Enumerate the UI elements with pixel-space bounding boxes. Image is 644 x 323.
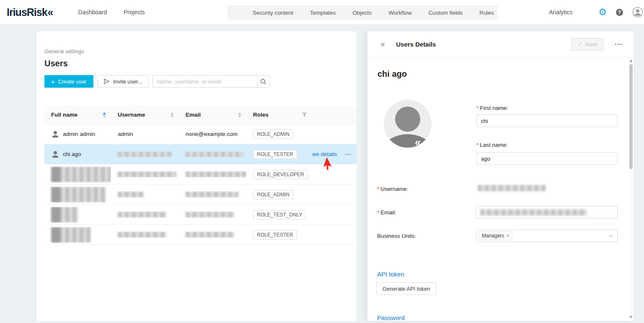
username-cell <box>111 211 179 218</box>
password-link[interactable]: Password <box>377 314 405 320</box>
user-account-icon[interactable] <box>632 7 643 18</box>
plus-icon: + <box>51 78 55 85</box>
email-input[interactable] <box>476 206 618 219</box>
scroll-down-arrow[interactable] <box>629 316 633 318</box>
redacted-email-value <box>480 209 587 216</box>
user-row[interactable]: admin adminadminnone@example.comROLE_ADM… <box>44 124 357 144</box>
user-row[interactable]: ROLE_DEVELOPER <box>44 164 357 185</box>
page: IriusRisk« Dashboard Projects Security c… <box>0 0 644 323</box>
redacted-username <box>118 151 171 157</box>
nav-rules[interactable]: Rules <box>479 10 494 16</box>
nav-dashboard[interactable]: Dashboard <box>78 9 107 16</box>
full-name-cell: chi ago <box>44 150 111 159</box>
required-asterisk: * <box>377 209 379 216</box>
first-name-label: *First name: <box>476 105 508 111</box>
nav-custom-fields[interactable]: Custom fields <box>428 10 463 16</box>
nav-center-group: Security content Templates Objects Workf… <box>228 5 497 20</box>
api-token-link[interactable]: API token <box>377 271 404 278</box>
role-badge: ROLE_TESTER <box>253 230 297 240</box>
required-asterisk: * <box>476 105 478 111</box>
email-cell <box>179 151 246 157</box>
nav-analytics[interactable]: Analytics <box>549 9 572 16</box>
column-label: Roles <box>253 112 269 118</box>
username-cell <box>111 151 179 157</box>
close-icon[interactable]: × <box>380 40 385 49</box>
avatar-head <box>395 107 420 132</box>
page-title: Users <box>44 59 357 68</box>
search-button[interactable] <box>257 76 270 87</box>
redacted-username <box>118 171 176 177</box>
panel-body: chi ago « *First name: *Last name: *User… <box>367 57 634 320</box>
redacted-full-name <box>51 167 111 182</box>
nav-templates[interactable]: Templates <box>310 10 336 16</box>
username-cell <box>111 191 179 198</box>
nav-left-group: Dashboard Projects <box>78 9 145 16</box>
user-search <box>153 75 270 88</box>
iriusrisk-logo[interactable]: IriusRisk« <box>7 6 53 18</box>
redacted-username <box>118 232 166 238</box>
panel-scrollbar[interactable] <box>629 58 633 320</box>
user-row[interactable]: chi agoROLE_TESTERSee details··· <box>44 144 357 164</box>
column-header-full-name[interactable]: Full name <box>44 106 111 124</box>
users-table-body: admin adminadminnone@example.comROLE_ADM… <box>44 124 357 245</box>
user-row[interactable]: ROLE_TESTER <box>44 225 357 245</box>
save-button[interactable]: ✓ Save <box>571 38 604 51</box>
red-cursor-arrow <box>323 156 339 175</box>
scroll-thumb[interactable] <box>629 64 633 169</box>
nav-projects[interactable]: Projects <box>124 9 145 16</box>
user-heading: chi ago <box>378 69 407 79</box>
roles-cell: ROLE_ADMIN <box>246 130 312 139</box>
username-cell <box>111 232 179 238</box>
sort-icon <box>238 112 241 117</box>
column-header-username[interactable]: Username <box>111 106 179 124</box>
search-icon <box>260 78 266 85</box>
business-units-select[interactable]: Managers × <box>476 229 618 242</box>
create-user-button[interactable]: + Create user <box>44 75 93 88</box>
first-name-input[interactable] <box>476 115 618 127</box>
redacted-email <box>186 232 234 238</box>
email-cell <box>179 211 246 218</box>
nav-objects[interactable]: Objects <box>352 10 372 16</box>
role-badge: ROLE_TESTER <box>253 150 297 159</box>
search-input[interactable] <box>153 76 257 87</box>
full-name-cell: admin admin <box>44 130 111 138</box>
sort-icon <box>103 112 106 117</box>
sort-icon <box>171 112 174 117</box>
redacted-full-name <box>51 227 91 243</box>
help-icon[interactable]: ? <box>616 9 623 16</box>
users-table-header: Full name Username Email Roles <box>44 106 357 124</box>
row-more-button[interactable]: ··· <box>345 151 352 157</box>
redacted-full-name <box>51 187 106 203</box>
invite-user-button[interactable]: Invite user... <box>97 75 149 88</box>
user-details-panel: × Users Details ✓ Save ··· chi ago « *Fi… <box>367 31 634 321</box>
user-row[interactable]: ROLE_TEST_ONLY <box>44 205 357 225</box>
redacted-username <box>118 211 166 218</box>
user-row[interactable]: ROLE_ADMIN <box>44 185 357 205</box>
collapse-chevrons-icon: « <box>415 136 421 148</box>
email-cell <box>179 232 246 238</box>
filter-icon[interactable] <box>302 112 307 117</box>
email-cell: none@example.com <box>179 131 246 137</box>
redacted-full-name <box>51 207 78 223</box>
invite-user-label: Invite user... <box>113 78 142 85</box>
full-name-cell <box>44 227 111 243</box>
scroll-up-arrow[interactable] <box>629 60 633 62</box>
full-name-cell <box>44 207 111 223</box>
user-avatar-icon <box>51 150 59 159</box>
panel-more-button[interactable]: ··· <box>615 41 623 48</box>
username-cell <box>111 171 179 177</box>
logo-chevrons-icon: « <box>48 6 53 18</box>
nav-security-content[interactable]: Security content <box>253 10 293 16</box>
generate-api-token-button[interactable]: Generate API token <box>376 282 436 295</box>
user-avatar[interactable]: « <box>384 100 432 148</box>
nav-workflow[interactable]: Workflow <box>388 10 411 16</box>
roles-cell: ROLE_TEST_ONLY <box>246 210 312 219</box>
last-name-input[interactable] <box>476 152 618 165</box>
settings-gear-icon[interactable]: ⚙ <box>598 8 607 17</box>
tag-remove-icon[interactable]: × <box>506 233 509 238</box>
chevron-down-icon <box>608 234 613 238</box>
column-header-email[interactable]: Email <box>179 106 246 124</box>
full-name-cell <box>44 167 111 182</box>
column-header-roles[interactable]: Roles <box>246 106 312 124</box>
role-badge: ROLE_ADMIN <box>253 190 293 199</box>
